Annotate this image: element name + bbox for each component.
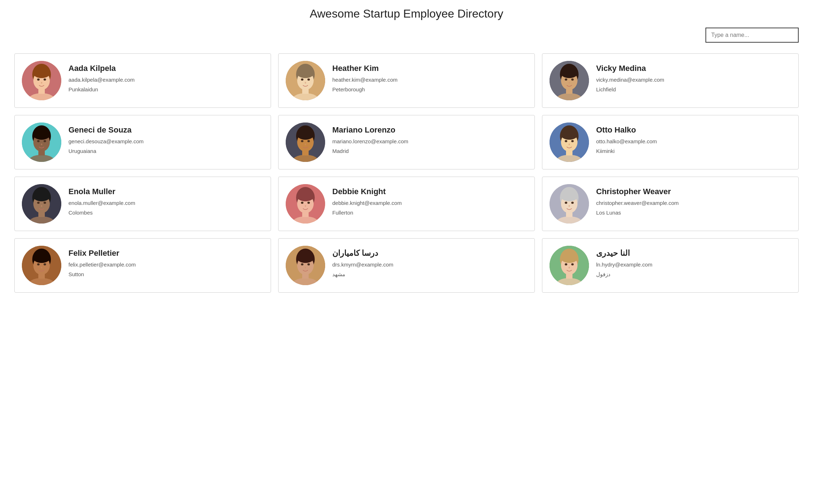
avatar-mariano-lorenzo <box>286 123 325 162</box>
employee-name-otto-halko: Otto Halko <box>596 125 657 135</box>
svg-point-5 <box>37 78 40 81</box>
avatar-debbie-knight <box>286 184 325 224</box>
svg-point-79 <box>569 205 570 207</box>
employee-card-enola-muller[interactable]: Enola Mullerenola.muller@example.comColo… <box>14 177 271 231</box>
employee-card-drsa-kmyrn[interactable]: درسا کامیارانdrs.kmyrn@example.comمشهد <box>278 238 535 293</box>
card-info-enola-muller: Enola Mullerenola.muller@example.comColo… <box>68 184 135 216</box>
svg-point-13 <box>296 67 314 78</box>
search-input[interactable] <box>705 28 799 43</box>
avatar-heather-kim <box>286 61 325 100</box>
svg-point-7 <box>41 82 42 84</box>
employee-email-ln-hydry: ln.hydry@example.com <box>596 261 652 268</box>
employee-email-geneci-desouza: geneci.desouza@example.com <box>68 138 144 144</box>
employee-email-enola-muller: enola.muller@example.com <box>68 200 135 206</box>
card-info-mariano-lorenzo: Mariano Lorenzomariano.lorenzo@example.c… <box>332 123 408 154</box>
card-info-otto-halko: Otto Halkootto.halko@example.comKiiminki <box>596 123 657 154</box>
employee-card-mariano-lorenzo[interactable]: Mariano Lorenzomariano.lorenzo@example.c… <box>278 115 535 169</box>
avatar-geneci-desouza <box>22 123 61 162</box>
employee-name-christopher-weaver: Christopher Weaver <box>596 187 679 196</box>
employee-card-felix-pelletier[interactable]: Felix Pelletierfelix.pelletier@example.c… <box>14 238 271 293</box>
employee-email-otto-halko: otto.halko@example.com <box>596 138 657 144</box>
employee-email-heather-kim: heather.kim@example.com <box>332 77 398 83</box>
employee-city-mariano-lorenzo: Madrid <box>332 148 408 154</box>
employee-city-ln-hydry: دزفول <box>596 271 652 278</box>
employee-name-heather-kim: Heather Kim <box>332 64 398 73</box>
svg-point-60 <box>44 202 46 204</box>
svg-point-4 <box>33 67 51 78</box>
svg-point-33 <box>44 140 46 142</box>
svg-point-58 <box>33 190 51 201</box>
svg-point-105 <box>571 263 574 265</box>
employee-card-aada-kilpela[interactable]: Aada Kilpelaaada.kilpela@example.comPunk… <box>14 53 271 108</box>
avatar-aada-kilpela <box>22 61 61 100</box>
employee-email-mariano-lorenzo: mariano.lorenzo@example.com <box>332 138 408 144</box>
employee-name-debbie-knight: Debbie Knight <box>332 187 402 196</box>
employee-name-vicky-medina: Vicky Medina <box>596 64 664 73</box>
avatar-drsa-kmyrn <box>286 246 325 285</box>
card-info-geneci-desouza: Geneci de Souzageneci.desouza@example.co… <box>68 123 144 154</box>
employee-name-drsa-kmyrn: درسا کامیاران <box>332 249 393 258</box>
svg-point-50 <box>565 140 567 142</box>
card-info-aada-kilpela: Aada Kilpelaaada.kilpela@example.comPunk… <box>68 61 135 92</box>
employee-card-vicky-medina[interactable]: Vicky Medinavicky.medina@example.comLich… <box>542 53 799 108</box>
svg-point-70 <box>305 205 306 207</box>
svg-point-76 <box>560 190 578 201</box>
svg-point-78 <box>571 202 574 204</box>
employee-card-christopher-weaver[interactable]: Christopher Weaverchristopher.weaver@exa… <box>542 177 799 231</box>
avatar-vicky-medina <box>550 61 589 100</box>
svg-point-87 <box>44 263 46 265</box>
svg-point-51 <box>571 140 574 142</box>
employee-email-christopher-weaver: christopher.weaver@example.com <box>596 200 679 206</box>
svg-point-77 <box>565 202 567 204</box>
employee-card-ln-hydry[interactable]: النا حیدریln.hydry@example.comدزفول <box>542 238 799 293</box>
svg-point-85 <box>33 251 51 263</box>
employee-name-mariano-lorenzo: Mariano Lorenzo <box>332 125 408 135</box>
avatar-christopher-weaver <box>550 184 589 224</box>
employee-city-aada-kilpela: Punkalaidun <box>68 86 135 92</box>
employee-city-christopher-weaver: Los Lunas <box>596 210 679 216</box>
svg-point-106 <box>569 267 570 269</box>
card-info-christopher-weaver: Christopher Weaverchristopher.weaver@exa… <box>596 184 679 216</box>
svg-point-25 <box>569 82 570 84</box>
employee-card-heather-kim[interactable]: Heather Kimheather.kim@example.comPeterb… <box>278 53 535 108</box>
employee-city-heather-kim: Peterborough <box>332 86 398 92</box>
svg-point-14 <box>301 78 304 81</box>
page-title: Awesome Startup Employee Directory <box>14 7 799 20</box>
employee-name-aada-kilpela: Aada Kilpela <box>68 64 135 73</box>
svg-point-40 <box>296 128 314 140</box>
employee-card-debbie-knight[interactable]: Debbie Knightdebbie.knight@example.comFu… <box>278 177 535 231</box>
svg-point-43 <box>305 144 306 145</box>
card-info-felix-pelletier: Felix Pelletierfelix.pelletier@example.c… <box>68 246 136 277</box>
svg-point-95 <box>301 263 304 265</box>
svg-point-59 <box>37 202 40 204</box>
svg-point-41 <box>301 140 304 142</box>
svg-point-6 <box>44 78 46 81</box>
svg-point-34 <box>41 144 42 145</box>
employee-city-vicky-medina: Lichfield <box>596 86 664 92</box>
svg-point-23 <box>565 78 567 81</box>
svg-point-31 <box>33 128 51 140</box>
svg-point-67 <box>296 190 314 201</box>
employee-city-felix-pelletier: Sutton <box>68 271 136 277</box>
svg-point-22 <box>560 67 578 78</box>
svg-point-97 <box>305 267 306 269</box>
card-info-vicky-medina: Vicky Medinavicky.medina@example.comLich… <box>596 61 664 92</box>
employee-card-geneci-desouza[interactable]: Geneci de Souzageneci.desouza@example.co… <box>14 115 271 169</box>
svg-point-16 <box>305 82 306 84</box>
svg-point-94 <box>296 251 314 263</box>
svg-point-103 <box>560 251 578 263</box>
employee-name-geneci-desouza: Geneci de Souza <box>68 125 144 135</box>
card-info-ln-hydry: النا حیدریln.hydry@example.comدزفول <box>596 246 652 278</box>
svg-point-52 <box>569 144 570 145</box>
employee-email-felix-pelletier: felix.pelletier@example.com <box>68 261 136 268</box>
employee-name-felix-pelletier: Felix Pelletier <box>68 249 136 258</box>
card-info-debbie-knight: Debbie Knightdebbie.knight@example.comFu… <box>332 184 402 216</box>
svg-point-32 <box>37 140 40 142</box>
svg-point-61 <box>41 205 42 207</box>
employee-card-otto-halko[interactable]: Otto Halkootto.halko@example.comKiiminki <box>542 115 799 169</box>
svg-point-96 <box>308 263 310 265</box>
employee-email-vicky-medina: vicky.medina@example.com <box>596 77 664 83</box>
employee-email-debbie-knight: debbie.knight@example.com <box>332 200 402 206</box>
svg-point-88 <box>41 267 42 269</box>
avatar-enola-muller <box>22 184 61 224</box>
